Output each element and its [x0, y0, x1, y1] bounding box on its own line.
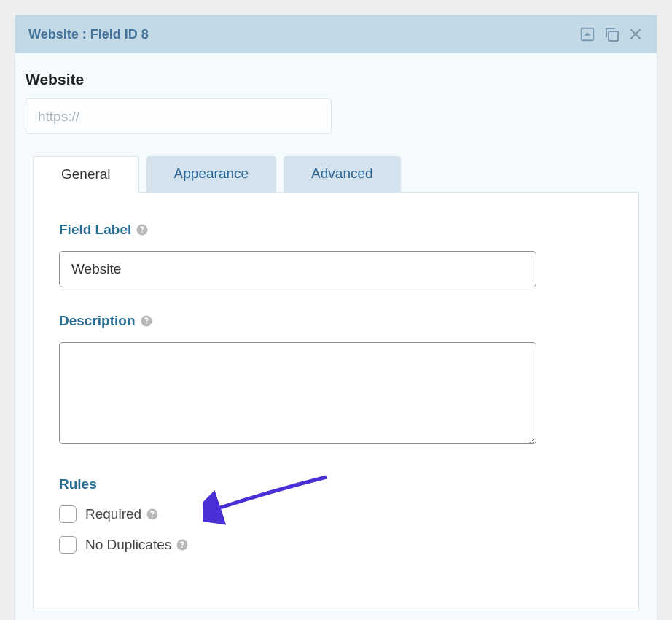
field-label-input[interactable] — [59, 251, 536, 287]
no-duplicates-row: No Duplicates — [59, 536, 613, 554]
required-row: Required — [59, 505, 613, 523]
help-icon[interactable] — [176, 538, 189, 551]
no-duplicates-checkbox[interactable] — [59, 536, 77, 554]
required-checkbox[interactable] — [59, 505, 77, 523]
field-settings-panel: Website : Field ID 8 Website General App… — [15, 15, 657, 620]
help-icon[interactable] — [146, 508, 159, 521]
duplicate-icon[interactable] — [603, 26, 620, 43]
tab-advanced[interactable]: Advanced — [284, 156, 401, 193]
tab-general[interactable]: General — [33, 156, 139, 193]
rules-heading: Rules — [59, 476, 613, 492]
tabs: General Appearance Advanced — [33, 156, 639, 193]
svg-rect-1 — [609, 31, 618, 41]
field-preview-input[interactable] — [26, 98, 332, 134]
description-input[interactable] — [59, 342, 536, 444]
help-icon[interactable] — [136, 223, 149, 236]
help-icon[interactable] — [140, 314, 153, 328]
required-label: Required — [85, 506, 159, 522]
panel-title: Website : Field ID 8 — [28, 27, 149, 42]
description-heading: Description — [59, 313, 613, 329]
field-label-text: Field Label — [59, 222, 131, 238]
description-text: Description — [59, 313, 136, 329]
field-preview-label: Website — [26, 71, 646, 88]
tab-content-general: Field Label Description Rules — [33, 192, 639, 611]
panel-body: Website General Appearance Advanced Fiel… — [15, 53, 657, 620]
header-actions — [579, 26, 644, 43]
tab-appearance[interactable]: Appearance — [146, 156, 276, 193]
collapse-icon[interactable] — [579, 26, 595, 42]
tabs-container: General Appearance Advanced Field Label … — [26, 156, 646, 611]
field-label-heading: Field Label — [59, 222, 613, 238]
close-icon[interactable] — [628, 26, 644, 42]
no-duplicates-label: No Duplicates — [85, 537, 189, 553]
panel-header: Website : Field ID 8 — [15, 15, 657, 53]
